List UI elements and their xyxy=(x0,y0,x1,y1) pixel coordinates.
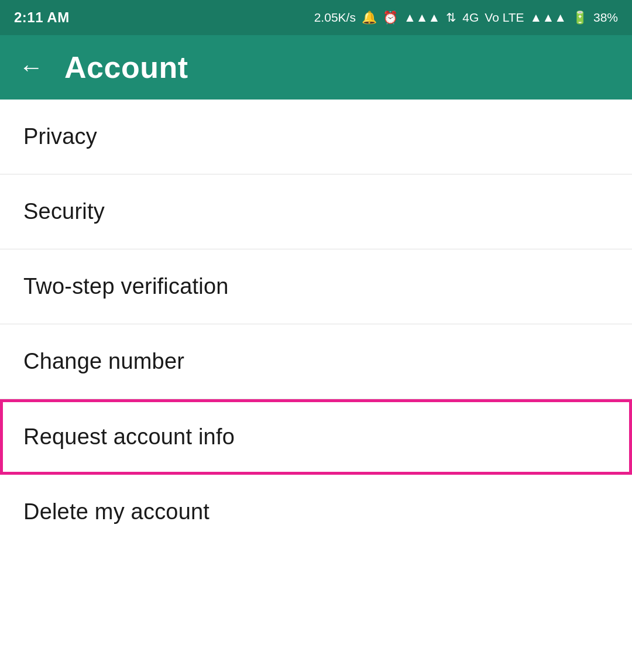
headphone-icon: 🔔 xyxy=(362,11,377,25)
request-account-info-label: Request account info xyxy=(23,424,235,450)
alarm-icon: ⏰ xyxy=(383,11,398,25)
settings-item-two-step-verification[interactable]: Two-step verification xyxy=(0,249,632,324)
network-speed: 2.05K/s xyxy=(314,11,356,25)
network-type: 4G xyxy=(462,11,479,25)
change-number-label: Change number xyxy=(23,349,184,374)
battery-icon: 🔋 xyxy=(572,11,588,25)
status-time: 2:11 AM xyxy=(14,9,70,26)
settings-item-privacy[interactable]: Privacy xyxy=(0,100,632,174)
two-step-label: Two-step verification xyxy=(23,274,229,299)
settings-item-delete-account[interactable]: Delete my account xyxy=(0,475,632,549)
back-button[interactable]: ← xyxy=(19,55,43,80)
header: ← Account xyxy=(0,35,632,100)
page-title: Account xyxy=(64,50,188,85)
lte-label: Vo LTE xyxy=(485,11,524,25)
status-bar: 2:11 AM 2.05K/s 🔔 ⏰ ▲▲▲ ⇅ 4G Vo LTE ▲▲▲ … xyxy=(0,0,632,35)
settings-item-change-number[interactable]: Change number xyxy=(0,324,632,399)
status-right: 2.05K/s 🔔 ⏰ ▲▲▲ ⇅ 4G Vo LTE ▲▲▲ 🔋 38% xyxy=(314,11,618,25)
settings-item-request-account-info[interactable]: Request account info xyxy=(0,399,632,475)
delete-account-label: Delete my account xyxy=(23,499,209,524)
settings-item-security[interactable]: Security xyxy=(0,174,632,249)
settings-list: Privacy Security Two-step verification C… xyxy=(0,100,632,549)
data-arrows-icon: ⇅ xyxy=(446,11,456,25)
security-label: Security xyxy=(23,199,105,224)
battery-percentage: 38% xyxy=(593,11,618,25)
signal-icon-2: ▲▲▲ xyxy=(530,11,566,25)
signal-icon: ▲▲▲ xyxy=(404,11,440,25)
privacy-label: Privacy xyxy=(23,124,97,149)
